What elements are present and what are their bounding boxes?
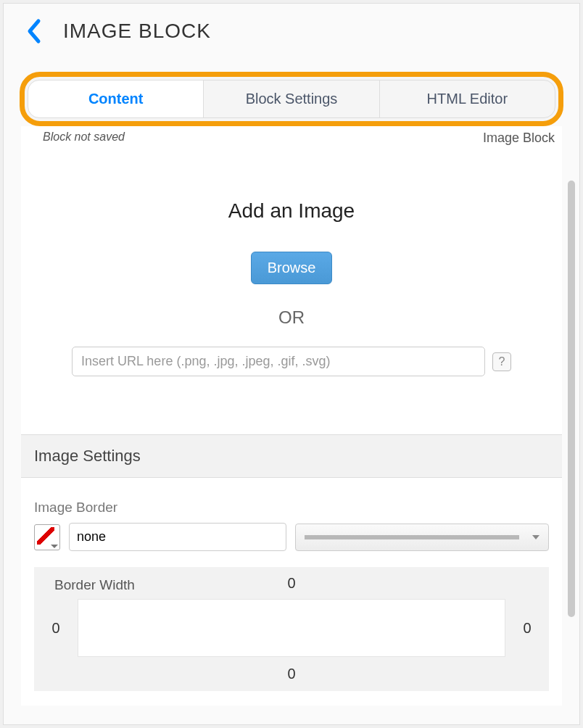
border-width-box: Border Width 0 0 0 0: [34, 567, 549, 691]
tab-content[interactable]: Content: [28, 80, 204, 118]
tabs-highlight: Content Block Settings HTML Editor: [20, 72, 563, 126]
tab-block-settings[interactable]: Block Settings: [203, 80, 379, 118]
border-width-bottom[interactable]: 0: [78, 657, 505, 691]
border-width-left[interactable]: 0: [34, 620, 78, 637]
scrollbar[interactable]: [568, 181, 575, 617]
border-width-grid: 0 0 0 0: [34, 599, 549, 691]
image-url-input[interactable]: [72, 347, 485, 376]
page-title: IMAGE BLOCK: [63, 20, 211, 43]
back-icon[interactable]: [22, 17, 44, 46]
image-settings-body: Image Border Border Width 0 0 0 0: [21, 478, 562, 706]
border-width-preview: [78, 599, 505, 657]
content-area: Block not saved Image Block Add an Image…: [21, 126, 562, 706]
border-row: [34, 523, 549, 551]
border-color-picker[interactable]: [34, 524, 60, 550]
or-separator: OR: [21, 307, 562, 328]
tabs: Content Block Settings HTML Editor: [28, 80, 555, 118]
border-line-preview: [305, 535, 519, 539]
image-block-panel: IMAGE BLOCK Content Block Settings HTML …: [3, 3, 580, 725]
status-row: Block not saved Image Block: [21, 126, 562, 149]
border-width-top[interactable]: 0: [78, 575, 505, 599]
add-image-section: Add an Image Browse OR ?: [21, 149, 562, 434]
border-width-right[interactable]: 0: [505, 620, 549, 637]
tab-html-editor[interactable]: HTML Editor: [379, 80, 555, 118]
url-row: ?: [21, 347, 562, 376]
add-image-title: Add an Image: [21, 199, 562, 223]
panel-header: IMAGE BLOCK: [4, 4, 579, 53]
image-settings-header: Image Settings: [21, 434, 562, 478]
status-not-saved: Block not saved: [43, 131, 125, 146]
border-style-input[interactable]: [69, 523, 286, 551]
border-line-style-select[interactable]: [295, 524, 549, 551]
image-border-label: Image Border: [34, 500, 549, 516]
status-block-type: Image Block: [483, 131, 555, 146]
browse-button[interactable]: Browse: [251, 252, 333, 284]
help-icon[interactable]: ?: [492, 352, 511, 371]
